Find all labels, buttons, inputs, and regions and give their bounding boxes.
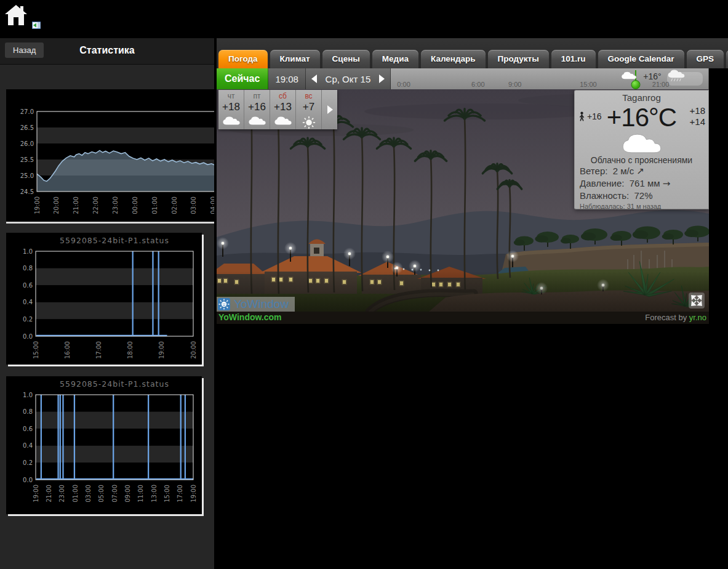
days-next-button[interactable]: [322, 90, 337, 129]
yowindow-logo[interactable]: YoWindow: [217, 297, 295, 312]
wind-direction-arrow: ↗: [636, 166, 644, 177]
svg-text:04:00: 04:00: [210, 196, 214, 214]
svg-text:0.8: 0.8: [23, 408, 33, 415]
day-temp: +18: [218, 101, 244, 113]
svg-text:20:00: 20:00: [190, 341, 197, 359]
svg-text:02:00: 02:00: [171, 196, 178, 214]
svg-text:0.6: 0.6: [23, 282, 33, 289]
svg-text:19:00: 19:00: [158, 341, 165, 359]
svg-text:01:00: 01:00: [151, 196, 158, 214]
svg-text:0.4: 0.4: [23, 299, 33, 305]
humidity-row: Влажность: 72%: [580, 190, 708, 202]
sidebar-header: Назад Статистика: [0, 38, 214, 65]
svg-text:17:00: 17:00: [95, 341, 102, 359]
tab-медиа[interactable]: Медиа: [372, 50, 418, 68]
weather-scene: чт+18пт+16сб+13вс+7 Taganrog +16 +16°C +…: [217, 89, 709, 312]
svg-text:05:00: 05:00: [98, 485, 105, 502]
timeline-tick: 21:00: [652, 81, 670, 88]
fullscreen-button[interactable]: [689, 293, 705, 309]
forecast-credit: Forecast by yr.no: [645, 313, 706, 322]
city-name: Taganrog: [575, 91, 708, 103]
yrno-link[interactable]: yr.no: [689, 313, 706, 322]
wind-row: Ветер: 2 м/с ↗: [580, 165, 708, 177]
condition-text: Облачно с прояснениями: [575, 155, 708, 165]
svg-text:0.2: 0.2: [23, 459, 33, 466]
svg-text:23:00: 23:00: [112, 196, 119, 214]
svg-text:16:00: 16:00: [64, 341, 71, 359]
page-title: Статистика: [0, 45, 214, 56]
forecast-day-strip: чт+18пт+16сб+13вс+7: [218, 90, 337, 129]
svg-text:15:00: 15:00: [164, 485, 170, 502]
svg-text:15:00: 15:00: [33, 341, 39, 359]
condition-cloud-icon: [575, 132, 708, 155]
timeline-tick: 15:00: [580, 81, 597, 88]
svg-text:1.0: 1.0: [23, 248, 33, 255]
day-name: чт: [218, 92, 244, 100]
scene-bottom-bar: YoWindow.com Forecast by yr.no: [217, 312, 709, 324]
svg-text:21:00: 21:00: [73, 196, 79, 214]
svg-text:0.2: 0.2: [23, 316, 33, 323]
svg-text:5592085-24bit-P1.status: 5592085-24bit-P1.status: [60, 379, 169, 389]
day-temp: +7: [296, 101, 321, 113]
svg-text:00:00: 00:00: [132, 196, 138, 214]
svg-text:0.0: 0.0: [23, 477, 33, 483]
time-toolbar: Сейчас 19:08 Ср, Окт 15 +16° 0:006:009:0…: [217, 68, 709, 89]
date-selector: Ср, Окт 15: [306, 68, 391, 89]
pressure-trend-arrow: →: [663, 178, 671, 189]
timeline-tick: 6:00: [471, 81, 484, 88]
svg-text:13:00: 13:00: [151, 485, 158, 502]
day-name: вс: [296, 92, 321, 100]
day-temp: +16: [244, 101, 270, 113]
rain-cloud-icon: [667, 69, 687, 85]
observation-time: Наблюдалась: 31 м назад: [580, 203, 708, 210]
statistics-sidebar: Назад Статистика 24.525.025.526.026.527.…: [0, 38, 214, 569]
svg-text:03:00: 03:00: [190, 196, 197, 214]
svg-text:23:00: 23:00: [58, 485, 65, 502]
day-cell-вс[interactable]: вс+7: [296, 90, 322, 129]
window-app-icon[interactable]: [32, 20, 41, 28]
day-weather-icon: [270, 116, 295, 128]
day-cell-сб[interactable]: сб+13: [270, 90, 296, 129]
chart-status-24h: 0.00.20.40.60.81.019:0021:0023:0001:0003…: [6, 376, 202, 514]
date-label: Ср, Окт 15: [326, 74, 371, 84]
chart-status-6h: 0.00.20.40.60.81.015:0016:0017:0018:0019…: [6, 233, 202, 365]
yowindow-site-link[interactable]: YoWindow.com: [218, 312, 282, 322]
svg-text:20:00: 20:00: [53, 196, 60, 214]
svg-text:25.0: 25.0: [20, 172, 34, 179]
day-weather-icon: [244, 116, 270, 128]
svg-text:0.6: 0.6: [23, 426, 33, 432]
app-tab-bar: ПогодаКлиматСценыМедиаКалендарьПродукты1…: [217, 38, 728, 68]
tab-продукты[interactable]: Продукты: [488, 50, 549, 68]
next-day-arrow[interactable]: [379, 75, 385, 83]
weather-panel: Taganrog +16 +16°C +18 +14 Облачно: [574, 90, 709, 209]
day-cell-чт[interactable]: чт+18: [218, 90, 244, 129]
svg-text:17:00: 17:00: [177, 485, 183, 502]
prev-day-arrow[interactable]: [311, 75, 317, 83]
day-temp: +13: [270, 101, 295, 113]
tab-101-ru[interactable]: 101.ru: [551, 50, 596, 68]
tab-gps[interactable]: GPS: [687, 50, 724, 68]
day-weather-icon: [296, 116, 321, 128]
svg-text:24.5: 24.5: [20, 188, 34, 195]
home-button[interactable]: [3, 4, 29, 27]
svg-text:03:00: 03:00: [85, 485, 92, 502]
svg-text:07:00: 07:00: [111, 485, 118, 502]
tab-погода[interactable]: Погода: [218, 50, 268, 68]
now-button[interactable]: Сейчас: [217, 68, 268, 89]
day-cell-пт[interactable]: пт+16: [244, 90, 270, 129]
svg-text:19:00: 19:00: [34, 196, 41, 214]
pressure-row: Давление: 761 мм →: [580, 177, 708, 190]
tab-климат[interactable]: Климат: [270, 50, 320, 68]
time-display: 19:08: [268, 68, 306, 89]
tab-google-calendar[interactable]: Google Calendar: [598, 50, 684, 68]
svg-text:22:00: 22:00: [92, 196, 99, 214]
tab-сцены[interactable]: Сцены: [322, 50, 370, 68]
svg-text:01:00: 01:00: [72, 485, 79, 502]
timeline-marker-handle[interactable]: [631, 80, 641, 89]
chart-temperature: 24.525.025.526.026.527.019:0020:0021:002…: [6, 89, 214, 222]
svg-text:27.0: 27.0: [20, 108, 34, 115]
tab-календарь[interactable]: Календарь: [421, 50, 486, 68]
timeline-slider[interactable]: +16° 0:006:009:0015:0021:00: [391, 68, 709, 89]
timeline-temp-label: +16°: [643, 71, 661, 81]
svg-text:19:00: 19:00: [190, 485, 197, 502]
